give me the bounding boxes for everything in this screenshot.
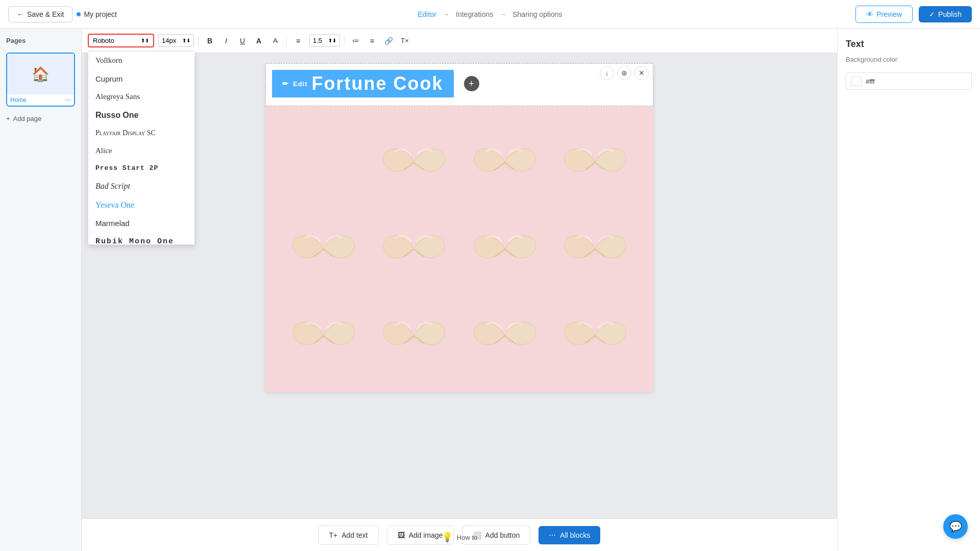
- nav-sharing-link[interactable]: Sharing options: [512, 10, 562, 18]
- add-page-label: Add page: [13, 115, 42, 122]
- block-actions: ↓ ⊕ ✕: [600, 66, 649, 80]
- add-block-button[interactable]: +: [464, 76, 479, 91]
- font-color-button[interactable]: A: [252, 34, 266, 48]
- underline-button[interactable]: U: [235, 34, 250, 48]
- add-text-button[interactable]: T+ Add text: [318, 525, 379, 545]
- all-blocks-button[interactable]: ⋯ All blocks: [538, 526, 600, 544]
- editor-area: Roboto ⬆⬇ 14px ⬆⬇ B I U A A̶ ≡ 1.5 ⬆⬇ ≔ …: [82, 29, 837, 551]
- add-image-label: Add image: [409, 531, 443, 539]
- font-option-marmelad[interactable]: Marmelad: [88, 214, 194, 233]
- nav-editor-link[interactable]: Editor: [418, 10, 436, 18]
- text-block[interactable]: ✏ Edit Fortune Cook + ↓ ⊕ ✕: [265, 63, 653, 106]
- font-option-yeseva-one[interactable]: Yeseva One: [88, 196, 194, 215]
- add-page-button[interactable]: + Add page: [6, 115, 75, 122]
- strikethrough-button[interactable]: A̶: [268, 34, 282, 48]
- how-to-label: How to: [457, 534, 477, 541]
- font-size-label: 14px: [162, 37, 176, 44]
- arrow-icon-2: →: [499, 10, 506, 18]
- bg-color-field[interactable]: #fff: [846, 72, 972, 90]
- fortune-cookie: [381, 310, 447, 361]
- font-option-bad-script[interactable]: Bad Script: [88, 177, 194, 196]
- save-exit-button[interactable]: ← Save & Exit: [8, 6, 72, 22]
- how-to-button[interactable]: 💡 How to: [442, 532, 477, 543]
- move-down-button[interactable]: ↓: [600, 66, 614, 80]
- clear-format-button[interactable]: T×: [398, 34, 412, 48]
- link-button[interactable]: 🔗: [381, 34, 396, 48]
- preview-button[interactable]: 👁 Preview: [855, 6, 913, 23]
- fortune-cookie: [472, 223, 538, 274]
- chat-icon: 💬: [949, 520, 962, 533]
- eye-icon: 👁: [866, 10, 873, 18]
- chat-button[interactable]: 💬: [943, 514, 968, 539]
- delete-button[interactable]: ✕: [634, 66, 649, 80]
- page-home-label: Home: [10, 96, 27, 104]
- publish-button[interactable]: ✓ Publish: [919, 6, 972, 22]
- add-text-label: Add text: [341, 531, 368, 539]
- nav-center: Editor → Integrations → Sharing options: [418, 10, 562, 18]
- fortune-cookie: [562, 310, 628, 361]
- right-sidebar: Text Background color #fff: [837, 29, 980, 551]
- toolbar-divider-2: [286, 36, 287, 46]
- font-name-label: Roboto: [93, 37, 114, 44]
- fortune-cookie: [472, 310, 538, 361]
- fortune-cookie: [381, 223, 447, 274]
- font-option-press-start-2p[interactable]: Press Start 2P: [88, 160, 194, 177]
- unordered-list-button[interactable]: ≡: [365, 34, 379, 48]
- ordered-list-button[interactable]: ≔: [349, 34, 363, 48]
- publish-label: Publish: [938, 10, 962, 18]
- font-option-rubik-mono-one[interactable]: Rubik Mono One: [88, 233, 194, 245]
- all-blocks-label: All blocks: [560, 531, 590, 539]
- text-block-content[interactable]: ✏ Edit Fortune Cook: [272, 70, 454, 97]
- font-option-cuprum[interactable]: Cuprum: [88, 70, 194, 88]
- text-icon: T+: [329, 531, 338, 539]
- fortune-cookie: [562, 223, 628, 274]
- font-selector[interactable]: Roboto ⬆⬇: [88, 34, 154, 47]
- fortune-cookie: [472, 137, 538, 188]
- dot-icon: [77, 12, 81, 16]
- chevron-icon: ⬆⬇: [141, 38, 149, 43]
- left-sidebar: Pages 🏠 Home ⋯ + Add page: [0, 29, 82, 551]
- add-button-label: Add button: [485, 531, 520, 539]
- image-icon: 🖼: [398, 531, 405, 539]
- color-swatch: [851, 76, 862, 86]
- nav-left: ← Save & Exit My project: [8, 6, 117, 22]
- font-option-alice[interactable]: Alice: [88, 142, 194, 160]
- fortune-cookie: [562, 137, 628, 188]
- bold-button[interactable]: B: [203, 34, 217, 48]
- edit-button-label: Edit: [293, 80, 308, 88]
- lightbulb-icon: 💡: [442, 532, 453, 543]
- duplicate-button[interactable]: ⊕: [617, 66, 631, 80]
- pages-title: Pages: [6, 37, 75, 44]
- font-option-russo-one[interactable]: Russo One: [88, 106, 194, 125]
- grid-icon: ⋯: [549, 531, 556, 539]
- preview-label: Preview: [876, 10, 902, 18]
- italic-button[interactable]: I: [219, 34, 233, 48]
- line-height-selector[interactable]: 1.5 ⬆⬇: [309, 34, 340, 47]
- nav-integrations-link[interactable]: Integrations: [456, 10, 493, 18]
- page-more-icon: ⋯: [65, 96, 71, 104]
- canvas-wrapper: ✏ Edit Fortune Cook + ↓ ⊕ ✕: [82, 53, 837, 518]
- fortune-cook-text: Fortune Cook: [312, 73, 444, 94]
- align-center-button[interactable]: ≡: [291, 34, 305, 48]
- canvas: ✏ Edit Fortune Cook + ↓ ⊕ ✕: [265, 63, 653, 392]
- home-thumb-icon: 🏠: [32, 66, 50, 83]
- pink-canvas: [265, 106, 653, 392]
- plus-icon: +: [6, 115, 10, 122]
- color-value: #fff: [866, 78, 875, 85]
- page-thumb-footer: Home ⋯: [7, 94, 74, 106]
- check-icon: ✓: [929, 10, 935, 18]
- page-home-thumb[interactable]: 🏠 Home ⋯: [6, 53, 75, 107]
- arrow-icon-1: →: [443, 10, 450, 18]
- toolbar-divider-3: [344, 36, 345, 46]
- back-arrow-icon: ←: [17, 10, 24, 18]
- editor-toolbar: Roboto ⬆⬇ 14px ⬆⬇ B I U A A̶ ≡ 1.5 ⬆⬇ ≔ …: [82, 29, 837, 53]
- font-size-selector[interactable]: 14px ⬆⬇: [158, 34, 194, 47]
- main-area: Pages 🏠 Home ⋯ + Add page Roboto ⬆⬇ 14px: [0, 29, 980, 551]
- font-option-vollkorn[interactable]: Vollkorn: [88, 52, 194, 70]
- page-thumb-inner: 🏠: [7, 54, 74, 94]
- fortune-cookie: [381, 137, 447, 188]
- font-option-alegreya-sans[interactable]: Alegreya Sans: [88, 88, 194, 106]
- fortune-cookie: [290, 310, 357, 361]
- font-option-playfair-display-sc[interactable]: Playfair Display SC: [88, 124, 194, 142]
- bg-color-label: Background color: [846, 56, 972, 63]
